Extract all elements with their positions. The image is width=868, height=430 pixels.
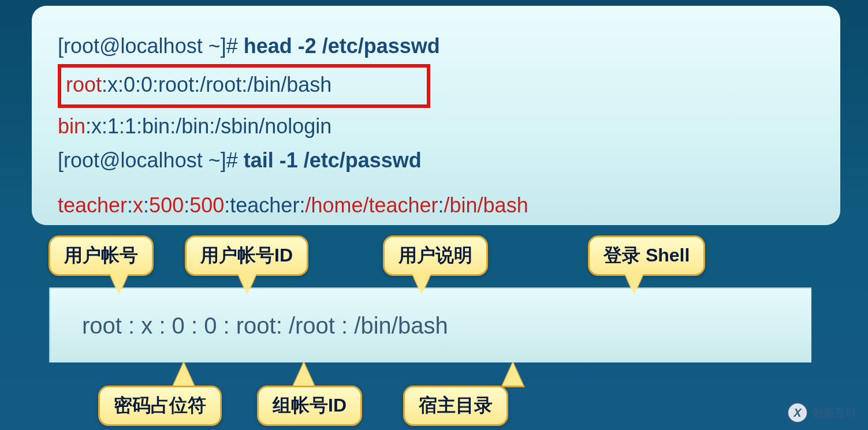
sep: : bbox=[143, 193, 149, 217]
prompt-2: [root@localhost ~]# bbox=[58, 148, 244, 172]
watermark-text: 创新互联 bbox=[811, 405, 858, 421]
sep: : bbox=[438, 193, 444, 217]
teacher-x: x bbox=[133, 193, 143, 217]
terminal-panel: [root@localhost ~]# head -2 /etc/passwd … bbox=[32, 6, 840, 225]
sep: : bbox=[299, 193, 305, 217]
pointer-username bbox=[109, 271, 129, 294]
sep: : bbox=[184, 193, 189, 217]
prompt-1: [root@localhost ~]# bbox=[58, 34, 244, 58]
pointer-shell bbox=[624, 271, 645, 294]
sep: : bbox=[224, 193, 230, 217]
passwd-root-rest: :x:0:0:root:/root:/bin/bash bbox=[102, 73, 331, 96]
teacher-gid: 500 bbox=[189, 193, 224, 217]
teacher-user: teacher bbox=[58, 193, 127, 217]
label-username: 用户帐号 bbox=[49, 235, 154, 276]
pointer-home bbox=[502, 362, 523, 386]
command-tail: tail -1 /etc/passwd bbox=[244, 148, 422, 172]
teacher-gecos: teacher bbox=[230, 193, 299, 217]
fields-breakdown-panel: root : x : 0 : 0 : root: /root : /bin/ba… bbox=[49, 287, 811, 362]
pointer-uid bbox=[237, 271, 258, 294]
passwd-bin-user: bin bbox=[58, 114, 85, 138]
label-home: 宿主目录 bbox=[403, 386, 508, 426]
sep: : bbox=[127, 193, 133, 217]
teacher-shell: /bin/bash bbox=[444, 193, 528, 217]
command-head: head -2 /etc/passwd bbox=[244, 34, 440, 58]
teacher-home: /home/teacher bbox=[305, 193, 438, 217]
pointer-gid bbox=[293, 362, 314, 386]
watermark: X 创新互联 bbox=[787, 402, 858, 423]
label-gecos: 用户说明 bbox=[383, 235, 488, 276]
label-uid: 用户帐号ID bbox=[185, 235, 308, 276]
highlighted-row: root:x:0:0:root:/root:/bin/bash bbox=[58, 64, 430, 107]
pointer-password bbox=[173, 362, 194, 386]
teacher-uid: 500 bbox=[149, 193, 184, 217]
label-shell: 登录 Shell bbox=[588, 235, 705, 276]
fields-breakdown-text: root : x : 0 : 0 : root: /root : /bin/ba… bbox=[82, 313, 448, 339]
passwd-bin-rest: :x:1:1:bin:/bin:/sbin/nologin bbox=[85, 114, 331, 138]
terminal-line-5: teacher:x:500:500:teacher:/home/teacher:… bbox=[58, 188, 814, 222]
terminal-line-1: [root@localhost ~]# head -2 /etc/passwd bbox=[58, 29, 814, 63]
watermark-icon: X bbox=[787, 402, 808, 423]
passwd-root-user: root bbox=[66, 73, 102, 96]
label-password: 密码占位符 bbox=[98, 386, 222, 426]
terminal-line-3: bin:x:1:1:bin:/bin:/sbin/nologin bbox=[58, 109, 814, 143]
terminal-line-4: [root@localhost ~]# tail -1 /etc/passwd bbox=[58, 143, 814, 177]
pointer-gecos bbox=[411, 271, 432, 294]
label-gid: 组帐号ID bbox=[257, 386, 362, 426]
